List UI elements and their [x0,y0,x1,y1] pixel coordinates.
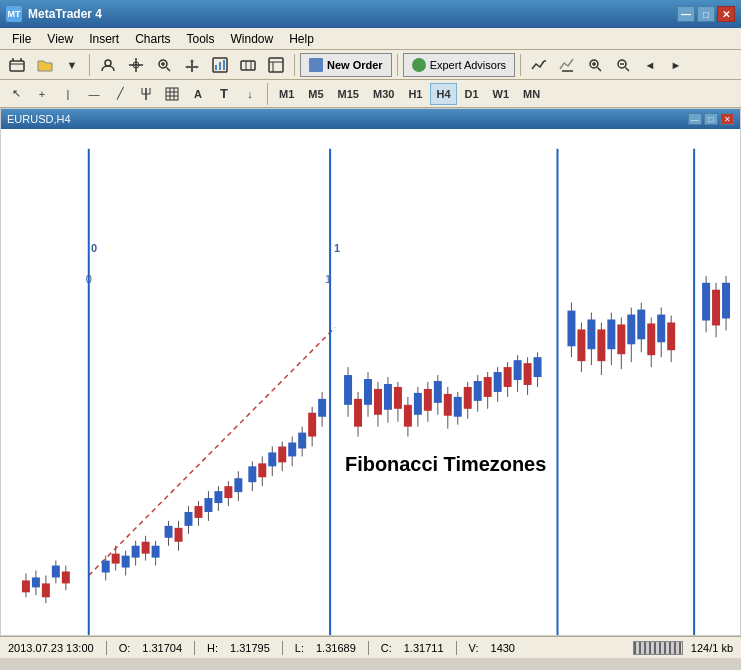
svg-rect-89 [258,463,266,477]
fib-number-0: 0 [91,242,97,254]
svg-rect-67 [142,542,150,554]
toolbar-indicators[interactable] [526,53,552,77]
svg-rect-87 [248,466,256,482]
svg-rect-143 [567,311,575,347]
svg-rect-0 [10,61,24,71]
chart-svg: 0 1 [1,129,740,635]
svg-rect-13 [215,65,217,70]
svg-rect-151 [607,319,615,349]
svg-rect-91 [268,452,276,466]
toolbar-scroll-left[interactable]: ◄ [638,53,662,77]
svg-rect-147 [587,319,595,349]
title-bar: MT MetaTrader 4 — □ ✕ [0,0,741,28]
expert-advisors-button[interactable]: Expert Advisors [403,53,515,77]
toolbar-main: ▼ New Order Expert Advisors ◄ ► [0,50,741,80]
menu-charts[interactable]: Charts [127,30,178,48]
tf-m30[interactable]: M30 [367,83,400,105]
toolbar-zoom-out[interactable] [610,53,636,77]
status-sep-3 [282,641,283,655]
toolbar-new-chart[interactable] [4,53,30,77]
chart-minimize[interactable]: — [688,113,702,125]
svg-rect-135 [504,367,512,387]
svg-rect-165 [702,283,710,321]
toolbar-scroll-right[interactable]: ► [664,53,688,77]
svg-rect-53 [42,583,50,597]
svg-point-4 [105,60,111,66]
tool-line[interactable]: ╱ [108,82,132,106]
tool-vline[interactable]: | [56,82,80,106]
menu-window[interactable]: Window [223,30,282,48]
ea-label: Expert Advisors [430,59,506,71]
status-low-value: 1.31689 [316,642,356,654]
tf-m1[interactable]: M1 [273,83,300,105]
maximize-button[interactable]: □ [697,6,715,22]
chart-area[interactable]: EURUSD,H4 — □ ✕ 0 1 [0,108,741,636]
tf-d1[interactable]: D1 [459,83,485,105]
window-controls: — □ ✕ [677,6,735,22]
svg-rect-125 [454,397,462,417]
svg-rect-59 [102,561,110,573]
status-sep-2 [194,641,195,655]
toolbar-zoom-in2[interactable] [582,53,608,77]
svg-rect-83 [224,486,232,498]
tf-m15[interactable]: M15 [332,83,365,105]
app-icon: MT [6,6,22,22]
tf-h1[interactable]: H1 [402,83,428,105]
menu-help[interactable]: Help [281,30,322,48]
tool-cross[interactable]: + [30,82,54,106]
svg-line-29 [626,67,630,71]
svg-rect-139 [524,363,532,385]
tool-pitchfork[interactable] [134,82,158,106]
tool-arrow-down[interactable]: ↓ [238,82,262,106]
chart-title: EURUSD,H4 [7,113,71,125]
chart-window-controls: — □ ✕ [688,113,734,125]
svg-rect-145 [577,329,585,361]
menu-tools[interactable]: Tools [179,30,223,48]
svg-rect-117 [414,393,422,415]
menu-file[interactable]: File [4,30,39,48]
status-high-value: 1.31795 [230,642,270,654]
svg-rect-93 [278,446,286,462]
svg-text:Fibonacci Timezones: Fibonacci Timezones [345,453,546,475]
svg-rect-109 [374,389,382,415]
tool-grid[interactable] [160,82,184,106]
svg-rect-129 [474,381,482,401]
minimize-button[interactable]: — [677,6,695,22]
tool-text-t[interactable]: T [212,82,236,106]
toolbar-crosshair[interactable] [123,53,149,77]
status-bar: 2013.07.23 13:00 O: 1.31704 H: 1.31795 L… [0,636,741,658]
svg-rect-159 [647,323,655,355]
toolbar-tpl[interactable] [263,53,289,77]
toolbar-zoom-chart[interactable] [554,53,580,77]
tf-mn[interactable]: MN [517,83,546,105]
svg-rect-57 [62,572,70,584]
toolbar-profiles[interactable] [95,53,121,77]
toolbar-dropdown[interactable]: ▼ [60,53,84,77]
tool-arrow[interactable]: ↖ [4,82,28,106]
toolbar-chart-prop[interactable] [207,53,233,77]
chart-close[interactable]: ✕ [720,113,734,125]
tool-text-a[interactable]: A [186,82,210,106]
status-sep-5 [456,641,457,655]
new-order-button[interactable]: New Order [300,53,392,77]
tf-w1[interactable]: W1 [487,83,516,105]
menu-view[interactable]: View [39,30,81,48]
toolbar-zoom-in[interactable] [151,53,177,77]
toolbar-pan[interactable] [179,53,205,77]
svg-rect-65 [132,546,140,558]
toolbar-open[interactable] [32,53,58,77]
tool-hline[interactable]: — [82,82,106,106]
chart-maximize[interactable]: □ [704,113,718,125]
menu-insert[interactable]: Insert [81,30,127,48]
svg-rect-49 [22,580,30,592]
ea-icon [412,58,426,72]
svg-rect-137 [514,360,522,380]
tf-m5[interactable]: M5 [302,83,329,105]
svg-rect-79 [204,498,212,512]
menu-bar: File View Insert Charts Tools Window Hel… [0,28,741,50]
fib-number-1: 1 [334,242,340,254]
tf-h4[interactable]: H4 [430,83,456,105]
toolbar-period-sep[interactable] [235,53,261,77]
svg-rect-35 [166,88,178,100]
close-button[interactable]: ✕ [717,6,735,22]
